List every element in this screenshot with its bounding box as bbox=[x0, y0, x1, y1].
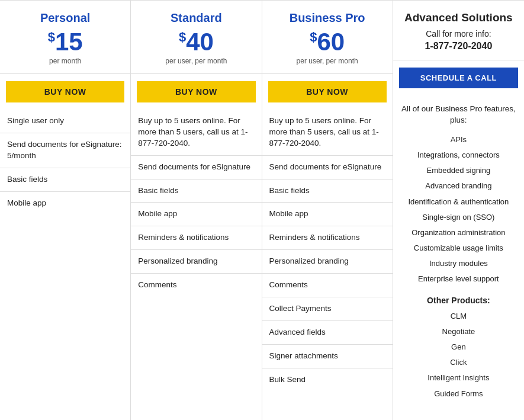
personal-column: Personal $15 per month BUY NOW Single us… bbox=[0, 1, 131, 420]
advanced-phone: 1-877-720-2040 bbox=[399, 41, 518, 52]
personal-header: Personal $15 per month bbox=[0, 1, 130, 74]
business-pro-period: per user, per month bbox=[268, 57, 387, 65]
standard-period: per user, per month bbox=[137, 57, 255, 65]
advanced-solutions-column: Advanced Solutions Call for more info: 1… bbox=[393, 1, 524, 420]
business-pro-price: $60 bbox=[268, 30, 387, 54]
bp-feature-5: Reminders & notifications bbox=[262, 226, 393, 250]
adv-feature-1: APIs bbox=[399, 132, 518, 148]
other-product-6: Guided Forms bbox=[399, 386, 518, 402]
adv-feature-5: Identification & authentication bbox=[399, 194, 518, 210]
standard-header: Standard $40 per user, per month bbox=[131, 1, 261, 74]
standard-price: $40 bbox=[137, 30, 255, 54]
bp-feature-3: Basic fields bbox=[262, 179, 393, 203]
bp-feature-6: Personalized branding bbox=[262, 250, 393, 274]
other-product-1: CLM bbox=[399, 309, 518, 324]
adv-feature-9: Industry modules bbox=[399, 256, 518, 271]
personal-feature-2: Send documents for eSignature: 5/month bbox=[0, 133, 130, 168]
bp-feature-11: Bulk Send bbox=[262, 368, 393, 392]
bp-feature-4: Mobile app bbox=[262, 203, 393, 226]
standard-feature-6: Personalized branding bbox=[131, 250, 261, 274]
standard-column: Standard $40 per user, per month BUY NOW… bbox=[131, 1, 262, 420]
standard-plan-name: Standard bbox=[137, 11, 255, 25]
adv-feature-2: Integrations, connectors bbox=[399, 148, 518, 163]
personal-feature-4: Mobile app bbox=[0, 192, 130, 215]
personal-period: per month bbox=[6, 57, 124, 65]
adv-feature-4: Advanced branding bbox=[399, 178, 518, 194]
other-product-5: Intelligent Insights bbox=[399, 370, 518, 386]
other-product-2: Negotiate bbox=[399, 324, 518, 339]
standard-features: Buy up to 5 users online. For more than … bbox=[131, 110, 261, 297]
business-pro-header: Business Pro $60 per user, per month bbox=[262, 1, 393, 74]
business-pro-features: Buy up to 5 users online. For more than … bbox=[262, 110, 393, 392]
other-products-title: Other Products: bbox=[399, 296, 518, 305]
advanced-header: Advanced Solutions Call for more info: 1… bbox=[393, 1, 524, 60]
bp-feature-1: Buy up to 5 users online. For more than … bbox=[262, 110, 393, 156]
schedule-call-button[interactable]: SCHEDULE A CALL bbox=[399, 68, 518, 88]
adv-feature-8: Customizable usage limits bbox=[399, 241, 518, 256]
advanced-title: Advanced Solutions bbox=[399, 11, 518, 24]
bp-feature-10: Signer attachments bbox=[262, 345, 393, 368]
advanced-intro: All of our Business Pro features, plus: bbox=[399, 104, 518, 126]
bp-feature-2: Send documents for eSignature bbox=[262, 156, 393, 179]
personal-feature-3: Basic fields bbox=[0, 168, 130, 192]
personal-plan-name: Personal bbox=[6, 11, 124, 25]
standard-feature-1: Buy up to 5 users online. For more than … bbox=[131, 110, 261, 156]
adv-feature-6: Single-sign on (SSO) bbox=[399, 210, 518, 225]
adv-feature-3: Embedded signing bbox=[399, 163, 518, 178]
other-product-4: Click bbox=[399, 355, 518, 370]
standard-feature-3: Basic fields bbox=[131, 179, 261, 203]
business-pro-column: Business Pro $60 per user, per month BUY… bbox=[262, 1, 393, 420]
personal-feature-1: Single user only bbox=[0, 110, 130, 133]
adv-feature-10: Enterprise level support bbox=[399, 271, 518, 287]
bp-feature-8: Collect Payments bbox=[262, 297, 393, 321]
personal-buy-button[interactable]: BUY NOW bbox=[6, 81, 124, 102]
standard-feature-4: Mobile app bbox=[131, 203, 261, 226]
standard-feature-5: Reminders & notifications bbox=[131, 226, 261, 250]
personal-features: Single user only Send documents for eSig… bbox=[0, 110, 130, 214]
business-pro-plan-name: Business Pro bbox=[268, 11, 387, 25]
bp-feature-9: Advanced fields bbox=[262, 321, 393, 345]
advanced-call-text: Call for more info: bbox=[399, 29, 518, 39]
standard-feature-7: Comments bbox=[131, 274, 261, 297]
business-pro-buy-button[interactable]: BUY NOW bbox=[268, 81, 387, 102]
standard-feature-2: Send documents for eSignature bbox=[131, 156, 261, 179]
advanced-body: All of our Business Pro features, plus: … bbox=[393, 95, 524, 408]
bp-feature-7: Comments bbox=[262, 274, 393, 297]
pricing-grid: Personal $15 per month BUY NOW Single us… bbox=[0, 0, 524, 420]
standard-buy-button[interactable]: BUY NOW bbox=[137, 81, 255, 102]
other-product-3: Gen bbox=[399, 339, 518, 355]
adv-feature-7: Organization administration bbox=[399, 225, 518, 241]
personal-price: $15 bbox=[6, 30, 124, 54]
